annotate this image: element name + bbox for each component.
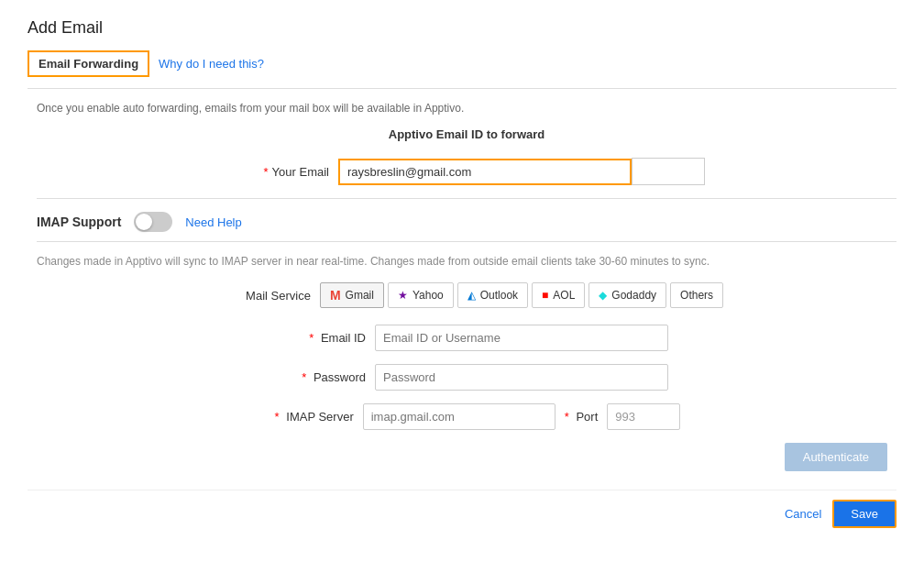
password-input[interactable] [375,364,668,391]
your-email-input[interactable] [338,159,632,185]
service-btn-others[interactable]: Others [670,282,723,308]
forwarding-info-text: Once you enable auto forwarding, emails … [37,102,896,115]
port-label: * Port [565,410,599,424]
section-title-apptivo-email: Apptivo Email ID to forward [37,127,896,141]
mail-service-label: Mail Service [210,289,311,303]
required-star-password: * [302,370,306,384]
password-label: * Password [265,370,366,384]
outlook-label: Outlook [480,289,518,302]
others-label: Others [680,289,713,302]
divider-after-imap [37,241,896,242]
service-btn-aol[interactable]: ■ AOL [532,282,585,308]
authenticate-row: Authenticate [37,443,896,471]
gmail-label: Gmail [346,289,374,302]
required-star-emailid: * [309,331,314,345]
page-title: Add Email [28,18,896,38]
imap-toggle[interactable] [134,212,172,232]
divider-imap [37,198,896,199]
godaddy-icon: ◆ [599,289,607,302]
yahoo-label: Yahoo [412,289,444,302]
service-btn-gmail[interactable]: M Gmail [320,282,384,308]
required-star-imap: * [275,410,280,424]
aol-icon: ■ [542,289,548,302]
tab-email-forwarding[interactable]: Email Forwarding [28,50,149,77]
email-id-label: * Email ID [265,331,366,345]
yahoo-icon: ★ [398,289,408,302]
authenticate-button[interactable]: Authenticate [785,443,887,471]
imap-server-label: * IMAP Server [253,410,354,424]
email-id-input[interactable] [375,325,668,351]
godaddy-label: Godaddy [611,289,656,302]
service-btn-godaddy[interactable]: ◆ Godaddy [588,282,666,308]
imap-support-label: IMAP Support [37,215,121,229]
sync-info-text: Changes made in Apptivo will sync to IMA… [37,255,896,268]
divider-top [28,88,896,89]
service-btn-yahoo[interactable]: ★ Yahoo [388,282,454,308]
port-input[interactable] [607,403,680,430]
imap-port-row: * Port [363,403,681,430]
gmail-icon: M [330,288,341,303]
required-star-port: * [565,410,569,424]
imap-server-input[interactable] [363,403,556,430]
save-button[interactable]: Save [832,500,896,528]
your-email-label: *Your Email [228,165,329,179]
service-buttons-container: M Gmail ★ Yahoo ◭ Outlook ■ AOL ◆ Godadd… [320,282,723,308]
footer-row: Cancel Save [28,490,896,528]
email-extra-box [632,158,705,185]
why-do-i-need-this-link[interactable]: Why do I need this? [159,57,264,71]
need-help-link[interactable]: Need Help [185,215,241,229]
toggle-knob [136,214,152,230]
outlook-icon: ◭ [468,289,476,302]
cancel-button[interactable]: Cancel [785,507,821,521]
service-btn-outlook[interactable]: ◭ Outlook [457,282,528,308]
required-star: * [264,165,269,179]
aol-label: AOL [553,289,575,302]
